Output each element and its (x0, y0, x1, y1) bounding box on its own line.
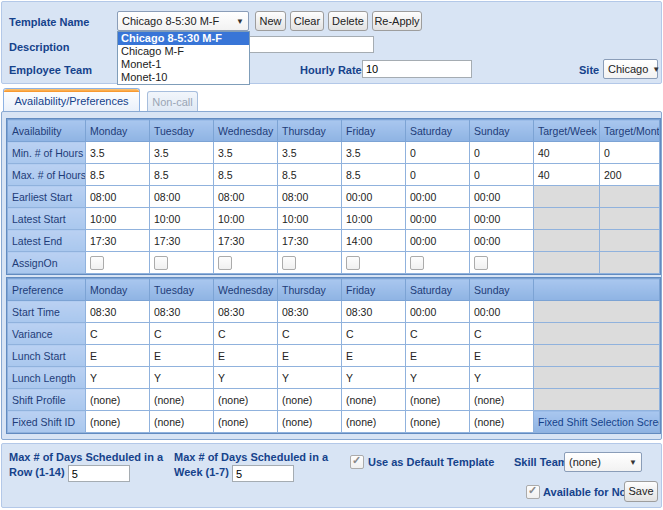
value-cell[interactable]: 08:00 (150, 186, 214, 208)
assign-on-checkbox[interactable] (218, 256, 232, 270)
use-default-template-checkbox[interactable] (350, 455, 364, 469)
value-cell[interactable]: 00:00 (342, 186, 406, 208)
new-button[interactable]: New (255, 11, 286, 31)
available-noncall-checkbox[interactable] (526, 485, 540, 499)
value-cell[interactable]: 00:00 (406, 230, 470, 252)
value-cell[interactable]: 10:00 (278, 208, 342, 230)
target-month-cell[interactable]: 0 (600, 142, 660, 164)
value-cell[interactable]: 3.5 (86, 142, 150, 164)
value-cell[interactable]: (none) (342, 411, 406, 433)
value-cell[interactable]: 17:30 (150, 230, 214, 252)
skill-team-select[interactable]: (none) ▼ (564, 452, 642, 472)
value-cell[interactable]: 00:00 (470, 230, 534, 252)
value-cell[interactable]: 8.5 (214, 164, 278, 186)
template-name-select[interactable]: Chicago 8-5:30 M-F ▼ (117, 11, 249, 31)
value-cell[interactable]: C (214, 323, 278, 345)
value-cell[interactable]: 08:30 (86, 301, 150, 323)
dropdown-option[interactable]: Monet-1 (118, 58, 249, 71)
tab-non-call[interactable]: Non-call (147, 91, 198, 112)
value-cell[interactable]: C (278, 323, 342, 345)
value-cell[interactable]: 0 (470, 164, 534, 186)
value-cell[interactable]: (none) (86, 411, 150, 433)
value-cell[interactable]: (none) (86, 389, 150, 411)
value-cell[interactable]: (none) (278, 411, 342, 433)
value-cell[interactable]: (none) (406, 411, 470, 433)
value-cell[interactable]: 0 (406, 142, 470, 164)
value-cell[interactable]: (none) (150, 389, 214, 411)
value-cell[interactable]: Y (342, 367, 406, 389)
value-cell[interactable]: 14:00 (342, 230, 406, 252)
value-cell[interactable]: C (86, 323, 150, 345)
value-cell[interactable]: 8.5 (86, 164, 150, 186)
assign-on-checkbox[interactable] (346, 256, 360, 270)
value-cell[interactable]: Y (86, 367, 150, 389)
value-cell[interactable]: E (86, 345, 150, 367)
value-cell[interactable]: Y (470, 367, 534, 389)
value-cell[interactable]: 17:30 (86, 230, 150, 252)
value-cell[interactable]: 08:00 (86, 186, 150, 208)
target-week-cell[interactable]: 40 (534, 164, 600, 186)
tab-availability-preferences[interactable]: Availability/Preferences (3, 88, 140, 112)
assign-on-checkbox[interactable] (154, 256, 168, 270)
value-cell[interactable]: 00:00 (470, 301, 534, 323)
value-cell[interactable]: Y (278, 367, 342, 389)
value-cell[interactable]: 10:00 (86, 208, 150, 230)
value-cell[interactable]: 08:00 (214, 186, 278, 208)
value-cell[interactable]: 08:30 (342, 301, 406, 323)
value-cell[interactable]: C (342, 323, 406, 345)
clear-button[interactable]: Clear (290, 11, 324, 31)
value-cell[interactable]: E (150, 345, 214, 367)
value-cell[interactable]: E (470, 345, 534, 367)
value-cell[interactable]: E (406, 345, 470, 367)
value-cell[interactable]: 8.5 (278, 164, 342, 186)
value-cell[interactable]: (none) (406, 389, 470, 411)
value-cell[interactable]: 10:00 (150, 208, 214, 230)
value-cell[interactable]: 10:00 (342, 208, 406, 230)
dropdown-option[interactable]: Chicago 8-5:30 M-F (118, 32, 249, 45)
value-cell[interactable]: C (406, 323, 470, 345)
value-cell[interactable]: 00:00 (470, 186, 534, 208)
value-cell[interactable]: E (214, 345, 278, 367)
hourly-rate-input[interactable] (362, 60, 472, 78)
value-cell[interactable]: (none) (150, 411, 214, 433)
value-cell[interactable]: (none) (470, 411, 534, 433)
value-cell[interactable]: 08:30 (278, 301, 342, 323)
value-cell[interactable]: Y (406, 367, 470, 389)
value-cell[interactable]: 0 (470, 142, 534, 164)
value-cell[interactable]: 3.5 (214, 142, 278, 164)
target-week-cell[interactable]: 40 (534, 142, 600, 164)
value-cell[interactable]: Y (214, 367, 278, 389)
value-cell[interactable]: (none) (470, 389, 534, 411)
assign-on-checkbox[interactable] (282, 256, 296, 270)
dropdown-option[interactable]: Monet-10 (118, 71, 249, 84)
target-month-cell[interactable]: 200 (600, 164, 660, 186)
value-cell[interactable]: 17:30 (214, 230, 278, 252)
assign-on-checkbox[interactable] (90, 256, 104, 270)
value-cell[interactable]: 3.5 (342, 142, 406, 164)
reapply-button[interactable]: Re-Apply (372, 11, 422, 31)
value-cell[interactable]: 08:00 (278, 186, 342, 208)
value-cell[interactable]: C (470, 323, 534, 345)
value-cell[interactable]: 3.5 (150, 142, 214, 164)
value-cell[interactable]: 00:00 (406, 186, 470, 208)
value-cell[interactable]: (none) (214, 411, 278, 433)
value-cell[interactable]: 8.5 (150, 164, 214, 186)
value-cell[interactable]: (none) (214, 389, 278, 411)
value-cell[interactable]: 8.5 (342, 164, 406, 186)
assign-on-checkbox[interactable] (474, 256, 488, 270)
value-cell[interactable]: 17:30 (278, 230, 342, 252)
assign-on-checkbox[interactable] (410, 256, 424, 270)
max-days-week-input[interactable] (232, 465, 294, 482)
fixed-shift-selection-button[interactable]: Fixed Shift Selection Screen (534, 411, 660, 433)
value-cell[interactable]: (none) (278, 389, 342, 411)
save-button[interactable]: Save (624, 481, 658, 502)
value-cell[interactable]: 10:00 (214, 208, 278, 230)
value-cell[interactable]: 00:00 (470, 208, 534, 230)
site-select[interactable]: Chicago ▼ (603, 59, 658, 79)
value-cell[interactable]: (none) (342, 389, 406, 411)
value-cell[interactable]: 08:30 (150, 301, 214, 323)
value-cell[interactable]: Y (150, 367, 214, 389)
dropdown-option[interactable]: Chicago M-F (118, 45, 249, 58)
value-cell[interactable]: 00:00 (406, 208, 470, 230)
delete-button[interactable]: Delete (328, 11, 368, 31)
